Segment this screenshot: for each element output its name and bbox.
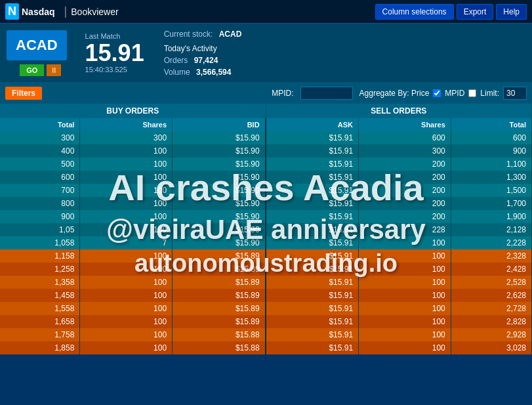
mpid-check-label: MPID xyxy=(445,89,464,98)
cell-ask: $15.91 xyxy=(266,158,359,171)
table-row: 1,558 100 $15.89 $15.91 100 2,728 xyxy=(0,302,532,315)
table-row: 1,658 100 $15.89 $15.91 100 2,828 xyxy=(0,315,532,328)
cell-ask: $15.91 xyxy=(266,328,359,341)
table-row: 1,058 7 $15.90 $15.91 100 2,228 xyxy=(0,236,532,249)
cell-ask: $15.91 xyxy=(266,236,359,249)
column-selections-button[interactable]: Column selections xyxy=(375,4,454,20)
filters-button[interactable]: Filters xyxy=(5,87,42,100)
table-row: 600 100 $15.90 $15.91 200 1,300 xyxy=(0,171,532,184)
cell-total-sell: 3,028 xyxy=(451,341,531,354)
cell-total-buy: 800 xyxy=(0,197,80,210)
cell-bid: $15.90 xyxy=(173,158,266,171)
table-body: 300 300 $15.90 $15.91 600 600 400 100 $1… xyxy=(0,131,532,354)
cell-shares-sell: 100 xyxy=(359,276,451,289)
cell-shares-sell: 200 xyxy=(359,158,451,171)
table-header-row: Total Shares BID ASK Shares Total xyxy=(0,118,532,131)
price-checkbox[interactable] xyxy=(433,89,441,97)
orders-value: 97,424 xyxy=(194,56,218,65)
cell-total-buy: 1,05 xyxy=(0,223,80,236)
mpid-checkbox[interactable] xyxy=(468,89,476,97)
cell-bid: $15.90 xyxy=(173,144,266,158)
col-shares-buy: Shares xyxy=(80,118,173,131)
cell-bid: $15.89 xyxy=(173,302,266,315)
cell-shares-buy: 7 xyxy=(80,236,173,249)
stock-details: Current stock: ACAD Today's Activity Ord… xyxy=(164,30,242,77)
cell-total-sell: 2,228 xyxy=(451,236,531,249)
cell-bid: $15.89 xyxy=(173,249,266,263)
cell-shares-buy: 100 xyxy=(80,223,173,236)
cell-ask: $15.91 xyxy=(266,276,359,289)
table-row: 1,358 100 $15.89 $15.91 100 2,528 xyxy=(0,276,532,289)
cell-bid: $15.90 xyxy=(173,131,266,144)
cell-shares-buy: 100 xyxy=(80,315,173,328)
cell-ask: $15.91 xyxy=(266,131,359,144)
cell-total-buy: 1,758 xyxy=(0,328,80,341)
orders-row: Orders 97,424 xyxy=(164,56,242,65)
cell-ask: $15.91 xyxy=(266,263,359,276)
cell-total-buy: 500 xyxy=(0,158,80,171)
table-row: 1,258 100 $15.89 $15.91 100 2,428 xyxy=(0,263,532,276)
cell-total-sell: 1,100 xyxy=(451,158,531,171)
volume-value: 3,566,594 xyxy=(196,68,231,77)
cell-total-sell: 1,900 xyxy=(451,210,531,223)
table-row: 1,758 100 $15.88 $15.91 100 2,928 xyxy=(0,328,532,341)
cell-total-sell: 900 xyxy=(451,144,531,158)
cell-bid: $15.90 xyxy=(173,171,266,184)
current-stock-label: Current stock: xyxy=(164,30,213,39)
limit-label: Limit: xyxy=(480,89,499,98)
sell-orders-header: SELL ORDERS xyxy=(266,104,533,118)
aggregate-section: Aggregate By: Price MPID Limit: xyxy=(359,87,527,100)
go-button[interactable]: GO xyxy=(20,64,44,76)
table-row: 1,158 100 $15.89 $15.91 100 2,328 xyxy=(0,249,532,263)
cell-bid: $15.89 xyxy=(173,263,266,276)
orders-label: Orders xyxy=(164,56,188,65)
export-button[interactable]: Export xyxy=(457,4,494,20)
cell-shares-sell: 200 xyxy=(359,171,451,184)
cell-total-buy: 1,058 xyxy=(0,236,80,249)
volume-label: Volume xyxy=(164,68,190,77)
cell-total-sell: 1,700 xyxy=(451,197,531,210)
cell-total-sell: 2,728 xyxy=(451,302,531,315)
cell-shares-sell: 100 xyxy=(359,341,451,354)
table-row: 900 100 $15.90 $15.91 200 1,900 xyxy=(0,210,532,223)
col-bid: BID xyxy=(173,118,266,131)
header-buttons: Column selections Export Help xyxy=(375,4,527,20)
cell-shares-sell: 228 xyxy=(359,223,451,236)
cell-shares-buy: 100 xyxy=(80,197,173,210)
cell-total-buy: 300 xyxy=(0,131,80,144)
todays-activity-label: Today's Activity xyxy=(164,44,242,53)
cell-shares-sell: 600 xyxy=(359,131,451,144)
table-row: 1,458 100 $15.89 $15.91 100 2,628 xyxy=(0,289,532,302)
cell-ask: $15.91 xyxy=(266,171,359,184)
cell-ask: $15.91 xyxy=(266,197,359,210)
nasdaq-label: Nasdaq xyxy=(22,7,55,17)
cell-ask: $15.91 xyxy=(266,315,359,328)
buy-orders-header: BUY ORDERS xyxy=(0,104,266,118)
cell-total-buy: 1,358 xyxy=(0,276,80,289)
last-match-price: 15.91 xyxy=(85,40,144,66)
cell-bid: $15.90 xyxy=(173,236,266,249)
cell-total-sell: 2,828 xyxy=(451,315,531,328)
cell-shares-sell: 100 xyxy=(359,289,451,302)
orders-table: Total Shares BID ASK Shares Total 300 30… xyxy=(0,118,532,354)
cell-shares-buy: 100 xyxy=(80,302,173,315)
limit-input[interactable] xyxy=(503,87,527,100)
last-match-section: Last Match 15.91 15:40:33.525 xyxy=(85,32,144,74)
mpid-input[interactable] xyxy=(300,87,353,100)
col-total-buy: Total xyxy=(0,118,80,131)
cell-bid: $15.90 xyxy=(173,184,266,197)
last-match-time: 15:40:33.525 xyxy=(85,66,144,74)
cell-shares-buy: 100 xyxy=(80,171,173,184)
table-row: 500 100 $15.90 $15.91 200 1,100 xyxy=(0,158,532,171)
cell-total-buy: 1,858 xyxy=(0,341,80,354)
cell-total-sell: 600 xyxy=(451,131,531,144)
cell-total-sell: 2,428 xyxy=(451,263,531,276)
table-row: 1,858 100 $15.88 $15.91 100 3,028 xyxy=(0,341,532,354)
pause-button[interactable]: II xyxy=(47,64,61,76)
help-button[interactable]: Help xyxy=(496,4,527,20)
cell-shares-buy: 100 xyxy=(80,210,173,223)
cell-shares-buy: 100 xyxy=(80,289,173,302)
cell-shares-sell: 100 xyxy=(359,328,451,341)
col-total-sell: Total xyxy=(451,118,531,131)
table-row: 400 100 $15.90 $15.91 300 900 xyxy=(0,144,532,158)
